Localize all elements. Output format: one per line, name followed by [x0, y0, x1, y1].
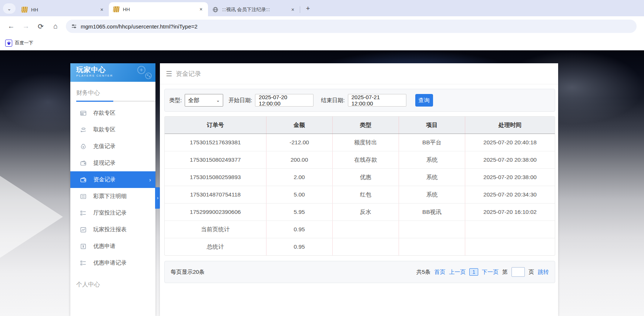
- sidebar-item-label: 玩家投注报表: [93, 226, 127, 233]
- sidebar-item-充值记录[interactable]: 充值记录: [70, 138, 155, 155]
- report-chart-icon: [80, 226, 87, 233]
- table-header-cell: 类型: [332, 117, 399, 134]
- section-underline: [76, 101, 155, 102]
- promo-apply-icon: [80, 243, 87, 250]
- sidebar-item-彩票下注明细[interactable]: 彩票下注明细: [70, 188, 155, 205]
- page-prefix: 第: [502, 269, 508, 276]
- jump-link[interactable]: 跳转: [538, 269, 549, 276]
- end-date-label: 结束日期:: [321, 97, 345, 104]
- tab-title: :::视讯 会员下注纪录:::: [222, 6, 289, 13]
- table-cell: [399, 221, 465, 238]
- browser-tab-2[interactable]: HH×: [109, 2, 208, 16]
- close-icon[interactable]: ×: [198, 6, 204, 13]
- type-select[interactable]: 全部 ⌄: [185, 94, 223, 107]
- page-jump-input[interactable]: [511, 267, 525, 277]
- site-settings-icon[interactable]: [71, 23, 77, 29]
- table-header-cell: 金额: [266, 117, 332, 134]
- sidebar-item-取款专区[interactable]: 取款专区: [70, 121, 155, 138]
- filter-bar: 类型: 全部 ⌄ 开始日期: 2025-07-20 12:00:00 结束日期:…: [164, 89, 555, 112]
- table-cell: 200.00: [266, 151, 332, 169]
- records-table: 订单号金额类型项目处理时间 1753015217639381-212.00额度转…: [165, 117, 555, 255]
- table-cell: [465, 238, 555, 256]
- table-cell: 总统计: [165, 238, 266, 256]
- table-cell: 5.00: [266, 186, 332, 204]
- tabs: HH×HH×:::视讯 会员下注纪录:::×: [17, 0, 300, 16]
- table-cell: 额度转出: [332, 134, 399, 151]
- sidebar-item-label: 存款专区: [93, 110, 115, 117]
- table-header-cell: 订单号: [165, 117, 266, 134]
- table-cell: 2025-07-20 16:10:02: [465, 204, 555, 221]
- sidebar-item-label: 优惠申请: [93, 243, 115, 250]
- wallet-icon: [80, 160, 87, 167]
- type-label: 类型:: [169, 97, 182, 104]
- sidebar-item-label: 充值记录: [93, 143, 115, 150]
- sidebar-item-提现记录[interactable]: 提现记录: [70, 155, 155, 171]
- type-select-value: 全部: [188, 97, 199, 104]
- home-icon[interactable]: ⌂: [49, 20, 62, 33]
- sidebar-item-优惠申请[interactable]: 优惠申请: [70, 238, 155, 255]
- reload-icon[interactable]: ⟳: [34, 20, 47, 33]
- table-row: 当前页统计0.95: [165, 221, 555, 238]
- start-date-input[interactable]: 2025-07-20 12:00:00: [255, 94, 313, 107]
- browser-tab-1[interactable]: HH×: [17, 3, 109, 16]
- table-cell: 优惠: [332, 169, 399, 186]
- search-button[interactable]: 查询: [415, 94, 433, 107]
- table-cell: 在线存款: [332, 151, 399, 169]
- page-background: 玩家中心 PLAYERS CENTER 财务中心 存款专区取款专区充值记录提现记…: [0, 50, 644, 316]
- table-row: 1753015080249377200.00在线存款系统2025-07-20 2…: [165, 151, 555, 169]
- table-body: 1753015217639381-212.00额度转出BB平台2025-07-2…: [165, 134, 555, 256]
- chevron-right-icon: ›: [157, 195, 158, 201]
- table-cell: 0.95: [266, 238, 332, 256]
- sidebar-item-玩家投注报表[interactable]: 玩家投注报表: [70, 221, 155, 238]
- tab-search-button[interactable]: ⌄: [3, 3, 16, 14]
- bookmarks-bar: 百度一下: [0, 36, 644, 50]
- table-cell: [465, 221, 555, 238]
- url-text: mgm1065.com/hhcp/usercenter.html?iniType…: [81, 23, 198, 30]
- sidebar-item-资金记录[interactable]: 资金记录›: [70, 171, 155, 188]
- chevron-down-icon: ⌄: [7, 6, 11, 11]
- table-cell: 2025-07-20 20:34:30: [465, 186, 555, 204]
- table-row: 17530148707541185.00红包系统2025-07-20 20:34…: [165, 186, 555, 204]
- table-cell: -212.00: [266, 134, 332, 151]
- hamburger-icon[interactable]: ☰: [166, 70, 172, 78]
- back-icon[interactable]: ←: [5, 20, 17, 33]
- sidebar-item-优惠申请记录[interactable]: 优惠申请记录: [70, 255, 155, 271]
- next-page-link[interactable]: 下一页: [482, 269, 499, 276]
- hall-list-icon: [80, 210, 87, 216]
- table-row: 总统计0.95: [165, 238, 555, 256]
- content-panel: ☰ 资金记录 类型: 全部 ⌄ 开始日期: 2025-07-20 12:00:0…: [160, 63, 558, 316]
- lottery-list-icon: [80, 193, 87, 200]
- browser-toolbar: ← → ⟳ ⌂ mgm1065.com/hhcp/usercenter.html…: [0, 16, 644, 36]
- hh-gold-icon: [113, 6, 120, 12]
- browser-tab-3[interactable]: :::视讯 会员下注纪录:::×: [208, 3, 300, 16]
- forward-icon[interactable]: →: [20, 20, 32, 33]
- sidebar-collapse-handle[interactable]: ›: [155, 187, 160, 209]
- moneybag-icon: [80, 143, 87, 150]
- start-date-label: 开始日期:: [228, 97, 252, 104]
- table-header-row: 订单号金额类型项目处理时间: [165, 117, 555, 134]
- first-page-link[interactable]: 首页: [434, 269, 445, 276]
- table-cell: 系统: [399, 151, 465, 169]
- tab-strip: ⌄ HH×HH×:::视讯 会员下注纪录:::× +: [0, 0, 644, 16]
- tab-title: HH: [123, 7, 198, 12]
- sidebar-item-label: 厅室投注记录: [93, 209, 127, 216]
- browser-window: ⌄ HH×HH×:::视讯 会员下注纪录:::× + ← → ⟳ ⌂ mgm10…: [0, 0, 644, 316]
- table-row: 17529990023906065.95反水BB视讯2025-07-20 16:…: [165, 204, 555, 221]
- total-count: 共5条: [416, 269, 430, 276]
- content-header: ☰ 资金记录: [160, 63, 558, 84]
- end-date-input[interactable]: 2025-07-21 12:00:00: [348, 94, 406, 107]
- section-personal-center: 个人中心: [70, 271, 155, 292]
- sidebar-item-label: 彩票下注明细: [93, 193, 127, 200]
- section-finance-center: 财务中心: [70, 82, 155, 101]
- bookmark-baidu[interactable]: 百度一下: [5, 40, 33, 47]
- table-cell: 系统: [399, 169, 465, 186]
- sidebar-item-厅室投注记录[interactable]: 厅室投注记录: [70, 205, 155, 221]
- prev-page-link[interactable]: 上一页: [449, 269, 466, 276]
- table-cell: 反水: [332, 204, 399, 221]
- close-icon[interactable]: ×: [98, 6, 105, 13]
- chevron-down-icon: ⌄: [216, 98, 220, 103]
- close-icon[interactable]: ×: [289, 6, 296, 13]
- new-tab-button[interactable]: +: [303, 3, 313, 14]
- sidebar-item-存款专区[interactable]: 存款专区: [70, 105, 155, 121]
- url-bar[interactable]: mgm1065.com/hhcp/usercenter.html?iniType…: [66, 20, 637, 33]
